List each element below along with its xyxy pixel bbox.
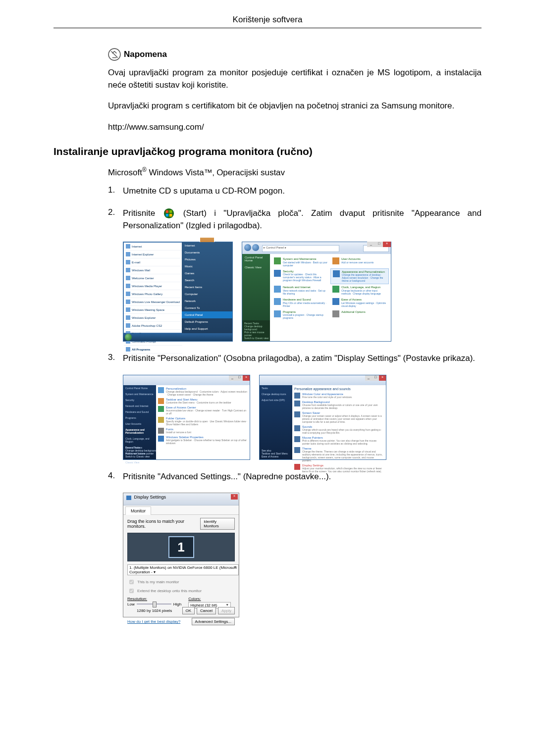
minimize-icon: _ <box>365 375 372 381</box>
close-icon: × <box>383 242 391 247</box>
control-panel-category: Hardware and SoundPlay CDs or other medi… <box>272 297 330 309</box>
start-menu-right-item: Help and Support <box>182 325 232 332</box>
registered-symbol: ® <box>142 166 147 173</box>
appearance-sidebar: Control Panel HomeSystem and Maintenance… <box>123 385 156 459</box>
ok-button: OK <box>182 607 195 614</box>
sidebar-item: User Accounts <box>123 421 156 427</box>
window-buttons: _ □ × <box>367 242 391 247</box>
start-menu-item: Windows Photo Gallery <box>124 290 182 298</box>
screenshot-row-2: _ □ × Control Panel HomeSystem and Maint… <box>123 375 482 460</box>
resolution-value: 1280 by 1024 pixels <box>127 608 181 613</box>
start-menu-item: Windows Media Player <box>124 282 182 290</box>
minimize-icon: _ <box>229 375 236 381</box>
start-menu-right-item: Music <box>182 263 232 270</box>
control-panel-category: User AccountsAdd or remove user accounts <box>330 256 389 268</box>
screenshot-personalization: _ □ × TasksChange desktop iconsAdjust fo… <box>259 375 386 460</box>
list-item: Screen SaverChange your screen saver or … <box>294 411 384 423</box>
ordered-list: 3. Pritisnite "Personalization" (Osobna … <box>108 353 482 365</box>
minimize-icon: _ <box>367 242 375 247</box>
start-menu-right-item: Internet <box>182 242 232 249</box>
sidebar-item: Control Panel Home <box>123 385 156 391</box>
os-line: Microsoft® Windows Vista™‚ Operacijski s… <box>108 166 482 178</box>
control-panel-sidebar: Control Panel HomeClassic ViewRecent Tas… <box>242 254 270 341</box>
window-titlebar: ▸ Control Panel ▸ _ □ × <box>242 242 391 254</box>
start-menu-right-item: Computer <box>182 291 232 298</box>
dialog-footer-buttons: OK Cancel Apply <box>182 607 235 614</box>
sidebar-item: Classic View <box>123 459 156 465</box>
svg-rect-3 <box>169 210 172 213</box>
start-menu-item: Windows Meeting Space <box>124 306 182 314</box>
panel-heading: Personalize appearance and sounds <box>294 387 384 391</box>
list-item: SoundsChange which sounds are heard when… <box>294 425 384 434</box>
list-item: ThemeChange the theme. Themes can change… <box>294 447 384 462</box>
step-2: 2. Pritisnite (Start) i "Upravljačka plo… <box>108 207 482 232</box>
control-panel-category: SecurityCheck for updates · Check this c… <box>272 268 330 285</box>
dialog-titlebar: Display Settings × <box>123 493 239 505</box>
close-icon: × <box>243 375 250 381</box>
start-menu-right-item: Documents <box>182 249 232 256</box>
start-menu-right-item: Pictures <box>182 256 232 263</box>
checkbox-main-monitor: This is my main monitor <box>127 578 235 586</box>
monitor-icon <box>126 496 131 500</box>
sidebar-item: Adjust font size (DPI) <box>260 397 292 403</box>
cancel-button: Cancel <box>197 607 216 614</box>
resolution-slider <box>137 601 171 607</box>
checkbox-input <box>129 589 134 593</box>
start-menu-right-item: Games <box>182 270 232 277</box>
tab-strip: Monitor <box>123 505 239 515</box>
step-number: 1. <box>108 185 123 195</box>
list-item: FontsInstall or remove a font <box>158 428 248 434</box>
ordered-list: 1. Umetnite CD s uputama u CD-ROM pogon.… <box>108 185 482 232</box>
note-icon <box>108 48 121 61</box>
sidebar-item: Programs <box>123 415 156 421</box>
back-icon <box>244 244 251 251</box>
start-menu-item: E-mail <box>124 258 182 266</box>
start-menu-item: Windows Live Messenger Download <box>124 298 182 306</box>
sidebar-recent-tasks: Recent TasksChange desktop backgroundPic… <box>242 320 274 341</box>
apply-button: Apply <box>218 607 235 614</box>
note-paragraph-2: Upravljački program s certifikatom bit ć… <box>108 100 482 112</box>
control-panel-category: Clock, Language, and RegionChange keyboa… <box>330 284 389 297</box>
screenshot-row-1: InternetInternet ExplorerE-mailWindows M… <box>123 242 482 342</box>
monitor-1-icon: 1 <box>168 536 194 558</box>
svg-rect-4 <box>166 214 169 217</box>
list-item: Mouse PointersPick a different mouse poi… <box>294 436 384 445</box>
dialog-title: Display Settings <box>134 495 166 500</box>
control-panel-category: ProgramsUninstall a program · Change sta… <box>272 309 330 321</box>
control-panel-category: Network and InternetView network status … <box>272 284 330 297</box>
maximize-icon: □ <box>236 375 243 381</box>
appearance-body: PersonalizationChange desktop background… <box>156 385 250 459</box>
sidebar-item: Classic View <box>242 264 270 271</box>
control-panel-body: System and MaintenanceGet started with W… <box>270 254 391 341</box>
window-titlebar: _ □ × <box>123 375 250 386</box>
nav-back-forward <box>244 244 259 251</box>
page-header: Korištenje softvera <box>54 15 482 28</box>
monitor-arrangement: 1 <box>127 533 235 561</box>
sidebar-item: Tasks <box>260 385 292 391</box>
control-panel-category: Additional Options <box>330 309 389 321</box>
os-prefix: Microsoft <box>108 167 142 177</box>
taskbar <box>123 333 232 341</box>
control-panel-categories: System and MaintenanceGet started with W… <box>270 254 391 323</box>
note-url: http://www.samsung.com/ <box>108 121 482 134</box>
sidebar-item: Change desktop icons <box>260 391 292 397</box>
close-icon: × <box>379 375 386 381</box>
svg-point-1 <box>164 208 174 218</box>
step-number: 2. <box>108 207 123 217</box>
start-menu-left: InternetInternet ExplorerE-mailWindows M… <box>123 242 183 333</box>
address-bar: ▸ Control Panel ▸ <box>262 245 339 252</box>
screenshot-display-settings: Display Settings × Monitor Drag the icon… <box>123 493 239 617</box>
step-number: 4. <box>108 471 123 481</box>
checkbox-input <box>129 580 134 584</box>
monitor-dropdown: 1. (Multiple Monitors) on NVIDIA GeForce… <box>127 564 239 575</box>
note-paragraph-1: Ovaj upravljački program za monitor posj… <box>108 67 482 91</box>
sidebar-item: Clock, Language, and Region <box>123 436 156 445</box>
list-item: Folder OptionsSpecify single- or double-… <box>158 417 248 426</box>
note-block: Napomena Ovaj upravljački program za mon… <box>108 48 482 134</box>
start-menu-item: Internet Explorer <box>124 251 182 258</box>
os-rest: Windows Vista™‚ Operacijski sustav <box>147 167 285 177</box>
start-menu-right-item: Connect To <box>182 304 232 311</box>
start-menu-right-item: Network <box>182 298 232 304</box>
drag-instruction: Drag the icons to match your monitors. <box>127 519 200 529</box>
start-menu-right-item: Recent Items <box>182 284 232 291</box>
